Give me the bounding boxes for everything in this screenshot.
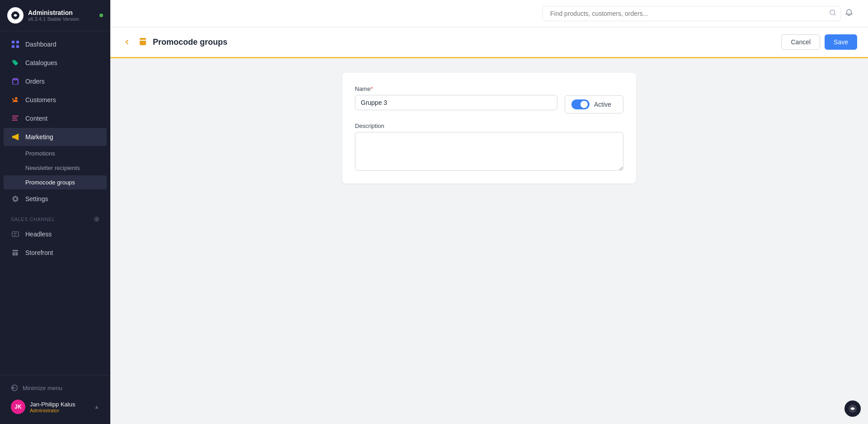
sidebar-item-content-label: Content bbox=[25, 115, 47, 122]
app-info: Administration v6.3.4.1 Stable Version bbox=[28, 9, 95, 22]
user-info: Jan-Philipp Kalus Administrator bbox=[30, 401, 90, 413]
sidebar-item-orders[interactable]: Orders bbox=[4, 72, 107, 90]
promotions-label: Promotions bbox=[25, 150, 55, 157]
sidebar-item-content[interactable]: Content bbox=[4, 109, 107, 127]
sw-icon bbox=[844, 400, 861, 417]
svg-rect-6 bbox=[12, 118, 17, 118]
sidebar-footer: Minimize menu JK Jan-Philipp Kalus Admin… bbox=[0, 375, 110, 424]
name-field: Name* bbox=[355, 85, 557, 110]
sidebar-header: Administration v6.3.4.1 Stable Version bbox=[0, 0, 110, 31]
app-logo bbox=[7, 7, 24, 24]
name-input[interactable] bbox=[355, 95, 557, 110]
sidebar-sub-item-promocode-groups[interactable]: Promocode groups bbox=[4, 175, 107, 189]
save-button[interactable]: Save bbox=[825, 34, 857, 50]
avatar: JK bbox=[11, 400, 25, 414]
page-header-actions: Cancel Save bbox=[781, 34, 857, 50]
topbar bbox=[110, 0, 868, 27]
svg-rect-2 bbox=[16, 41, 19, 43]
bell-icon bbox=[844, 8, 854, 17]
chevron-up-icon: ▲ bbox=[94, 404, 99, 410]
sidebar-sub-item-newsletter[interactable]: Newsletter recipients bbox=[4, 161, 107, 175]
storefront-icon bbox=[11, 248, 20, 257]
page-header: Promocode groups Cancel Save bbox=[110, 27, 868, 58]
sidebar-item-headless-label: Headless bbox=[25, 231, 52, 238]
app-version: v6.3.4.1 Stable Version bbox=[28, 16, 95, 22]
form-card: Name* Active Descrip bbox=[342, 73, 636, 184]
headless-icon bbox=[11, 230, 20, 239]
sidebar-item-orders-label: Orders bbox=[25, 78, 45, 85]
sidebar-item-settings[interactable]: Settings bbox=[4, 190, 107, 208]
tag-icon bbox=[11, 58, 20, 67]
chevron-left-icon bbox=[123, 38, 131, 46]
description-field: Description bbox=[355, 122, 623, 171]
svg-rect-7 bbox=[12, 120, 18, 121]
minimize-menu-button[interactable]: Minimize menu bbox=[4, 381, 107, 395]
svg-rect-3 bbox=[12, 45, 14, 48]
sidebar-item-marketing[interactable]: Marketing bbox=[4, 128, 107, 146]
search-icon bbox=[829, 9, 836, 16]
sidebar-item-catalogues-label: Catalogues bbox=[25, 59, 57, 66]
content-icon bbox=[11, 114, 20, 123]
sidebar-item-storefront-label: Storefront bbox=[25, 249, 53, 256]
svg-rect-5 bbox=[12, 116, 19, 117]
name-active-row: Name* Active bbox=[355, 85, 623, 113]
app-name: Administration bbox=[28, 9, 95, 16]
sidebar-item-catalogues[interactable]: Catalogues bbox=[4, 54, 107, 72]
sidebar-item-customers-label: Customers bbox=[25, 96, 56, 104]
svg-rect-8 bbox=[12, 232, 19, 237]
page-header-left: Promocode groups bbox=[121, 36, 227, 48]
sidebar-item-dashboard[interactable]: Dashboard bbox=[4, 35, 107, 53]
online-indicator bbox=[99, 14, 103, 17]
minimize-label: Minimize menu bbox=[23, 385, 62, 391]
active-toggle-field: Active bbox=[565, 95, 623, 113]
active-toggle[interactable] bbox=[571, 99, 590, 109]
back-button[interactable] bbox=[121, 36, 133, 48]
search-container bbox=[542, 6, 841, 21]
gear-icon bbox=[11, 194, 20, 203]
name-label: Name* bbox=[355, 85, 557, 92]
svg-point-10 bbox=[830, 10, 835, 15]
search-input[interactable] bbox=[542, 6, 841, 21]
description-label: Description bbox=[355, 122, 623, 129]
cancel-button[interactable]: Cancel bbox=[781, 34, 820, 50]
gift-icon bbox=[138, 37, 147, 46]
search-button[interactable] bbox=[829, 9, 836, 18]
topbar-right bbox=[841, 4, 857, 23]
toggle-slider bbox=[571, 99, 590, 109]
description-textarea[interactable] bbox=[355, 132, 623, 171]
page-title: Promocode groups bbox=[153, 38, 227, 47]
active-label: Active bbox=[594, 101, 611, 108]
sales-channel-section: Sales Channel ⊕ bbox=[0, 208, 110, 225]
user-name: Jan-Philipp Kalus bbox=[30, 401, 90, 408]
page-content: Name* Active Descrip bbox=[110, 58, 868, 424]
sidebar-item-headless[interactable]: Headless bbox=[4, 225, 107, 243]
sidebar-item-dashboard-label: Dashboard bbox=[25, 41, 57, 48]
svg-rect-1 bbox=[12, 41, 14, 43]
user-profile[interactable]: JK Jan-Philipp Kalus Administrator ▲ bbox=[4, 395, 107, 419]
user-role: Administrator bbox=[30, 408, 90, 413]
sidebar-item-storefront[interactable]: Storefront bbox=[4, 244, 107, 262]
promocode-groups-label: Promocode groups bbox=[25, 179, 75, 186]
minimize-icon bbox=[11, 384, 18, 391]
active-toggle-container: Active bbox=[565, 95, 623, 113]
notification-button[interactable] bbox=[841, 4, 857, 23]
grid-icon bbox=[11, 40, 20, 49]
sidebar-sub-item-promotions[interactable]: Promotions bbox=[4, 146, 107, 160]
sidebar-item-settings-label: Settings bbox=[25, 195, 48, 203]
sales-channel-label: Sales Channel bbox=[11, 217, 55, 222]
breadcrumb-icon bbox=[138, 37, 147, 48]
add-channel-button[interactable]: ⊕ bbox=[94, 216, 100, 223]
main-content: Promocode groups Cancel Save Name* bbox=[110, 0, 868, 424]
sidebar-item-customers[interactable]: Customers bbox=[4, 91, 107, 109]
svg-rect-4 bbox=[16, 45, 19, 48]
bag-icon bbox=[11, 77, 20, 86]
users-icon bbox=[11, 95, 20, 104]
sidebar: Administration v6.3.4.1 Stable Version D… bbox=[0, 0, 110, 424]
description-section: Description bbox=[355, 122, 623, 171]
sidebar-nav: Dashboard Catalogues Orders bbox=[0, 31, 110, 375]
sidebar-item-marketing-label: Marketing bbox=[25, 133, 53, 141]
newsletter-label: Newsletter recipients bbox=[25, 165, 80, 171]
marketing-icon bbox=[11, 132, 20, 141]
